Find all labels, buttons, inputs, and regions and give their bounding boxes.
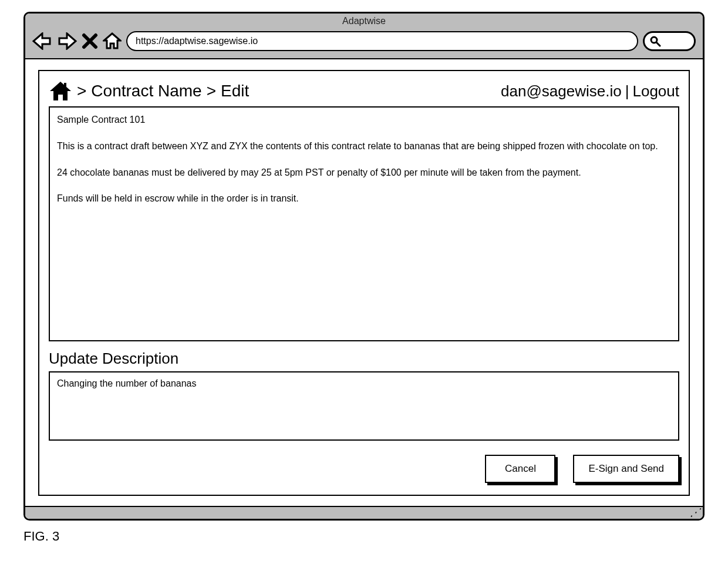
user-block: dan@sagewise.io | Logout xyxy=(501,82,679,100)
separator: | xyxy=(625,82,629,100)
page-viewport: > Contract Name > Edit dan@sagewise.io |… xyxy=(25,59,703,506)
breadcrumb-home-icon[interactable] xyxy=(49,80,72,102)
action-button-row: Cancel E-Sign and Send xyxy=(49,455,679,483)
update-description-title: Update Description xyxy=(49,350,679,368)
breadcrumb: > Contract Name > Edit xyxy=(49,80,249,102)
breadcrumb-contract-name[interactable]: Contract Name xyxy=(91,82,201,100)
svg-line-1 xyxy=(656,42,660,46)
search-icon xyxy=(649,35,661,47)
logout-link[interactable]: Logout xyxy=(632,82,679,100)
page-frame: > Contract Name > Edit dan@sagewise.io |… xyxy=(38,70,690,496)
breadcrumb-edit: Edit xyxy=(221,82,249,100)
browser-window: Adaptwise xyxy=(23,12,705,521)
esign-send-button[interactable]: E-Sign and Send xyxy=(573,455,679,483)
window-title: Adaptwise xyxy=(25,14,703,28)
stop-icon[interactable] xyxy=(82,33,98,49)
contract-editor[interactable]: Sample Contract 101 This is a contract d… xyxy=(49,106,679,341)
address-bar[interactable] xyxy=(126,31,638,51)
back-icon[interactable] xyxy=(32,32,52,50)
figure-caption: FIG. 3 xyxy=(23,529,705,544)
cancel-button[interactable]: Cancel xyxy=(485,455,555,483)
page-header: > Contract Name > Edit dan@sagewise.io |… xyxy=(49,78,679,106)
forward-icon[interactable] xyxy=(57,32,77,50)
breadcrumb-separator: > xyxy=(207,82,216,100)
search-box[interactable] xyxy=(643,31,696,51)
status-bar: ⋰ xyxy=(25,506,703,519)
resize-grip-icon[interactable]: ⋰ xyxy=(690,507,700,518)
user-email: dan@sagewise.io xyxy=(501,82,622,100)
svg-rect-2 xyxy=(64,83,66,88)
breadcrumb-separator: > xyxy=(77,82,86,100)
home-icon[interactable] xyxy=(103,32,122,50)
update-description-input[interactable] xyxy=(56,377,672,432)
browser-toolbar: Adaptwise xyxy=(25,14,703,59)
update-description-box xyxy=(49,371,679,441)
